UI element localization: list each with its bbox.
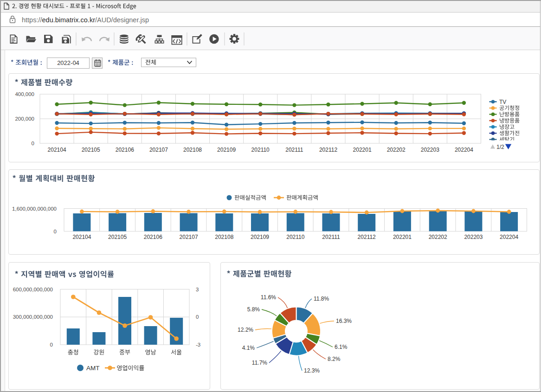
svg-text:202111: 202111 (285, 147, 303, 153)
svg-text:1,600,000,000,000: 1,600,000,000,000 (12, 206, 57, 212)
svg-text:600,000,000,000: 600,000,000,000 (13, 287, 53, 292)
svg-text:202107: 202107 (149, 147, 168, 153)
svg-text:5.8%: 5.8% (247, 306, 260, 313)
svg-text:202203: 202203 (464, 234, 483, 240)
svg-text:202108: 202108 (183, 147, 202, 153)
svg-text:202201: 202201 (353, 147, 372, 153)
svg-text:12.2%: 12.2% (238, 327, 253, 333)
svg-text:202106: 202106 (116, 147, 134, 153)
svg-text:200,000: 200,000 (15, 116, 34, 122)
svg-text:8.2%: 8.2% (328, 356, 341, 362)
svg-text:202202: 202202 (429, 234, 447, 240)
svg-text:4.1%: 4.1% (242, 345, 255, 351)
svg-text:202104: 202104 (72, 234, 91, 240)
svg-text:TV: TV (499, 99, 506, 105)
svg-text:400,000: 400,000 (15, 91, 34, 97)
svg-text:AMT: AMT (86, 365, 100, 372)
svg-text:202112: 202112 (319, 147, 337, 153)
svg-text:202201: 202201 (393, 234, 412, 240)
svg-text:6.1%: 6.1% (335, 344, 348, 350)
svg-text:202106: 202106 (144, 234, 162, 240)
svg-text:11.7%: 11.7% (252, 360, 267, 366)
svg-text:3: 3 (196, 287, 199, 292)
svg-text:202110: 202110 (286, 234, 304, 240)
svg-text:16.3%: 16.3% (336, 318, 352, 324)
svg-text:202104: 202104 (48, 147, 66, 153)
svg-text:1/2: 1/2 (496, 144, 504, 150)
svg-text:202203: 202203 (421, 147, 439, 153)
svg-text:202105: 202105 (108, 234, 127, 240)
svg-text:0: 0 (50, 342, 53, 347)
svg-text:202202: 202202 (387, 147, 406, 153)
svg-text:12.3%: 12.3% (304, 367, 320, 374)
svg-text:0: 0 (196, 314, 199, 320)
svg-text:202110: 202110 (251, 147, 270, 153)
svg-text:0: 0 (54, 229, 57, 234)
svg-text:202107: 202107 (180, 234, 198, 240)
svg-text:202204: 202204 (500, 234, 518, 240)
svg-text:11.6%: 11.6% (261, 294, 276, 301)
svg-text:-3: -3 (196, 342, 200, 347)
svg-text:202112: 202112 (358, 234, 376, 240)
svg-text:202111: 202111 (322, 234, 340, 240)
svg-text:202109: 202109 (251, 234, 269, 240)
svg-text:202204: 202204 (455, 147, 473, 153)
svg-text:202108: 202108 (215, 234, 233, 240)
svg-text:202105: 202105 (82, 147, 100, 153)
svg-text:0: 0 (32, 141, 34, 146)
svg-text:11.8%: 11.8% (314, 296, 329, 302)
svg-text:202109: 202109 (217, 147, 236, 153)
svg-text:300,000,000,000: 300,000,000,000 (13, 314, 53, 320)
